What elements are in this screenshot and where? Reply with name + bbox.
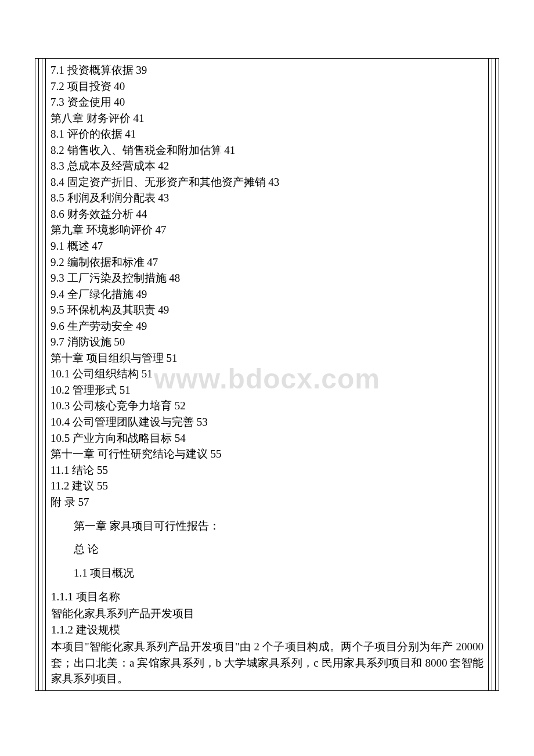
toc-line: 11.2 建议 55: [50, 478, 484, 494]
general-heading: 总 论: [50, 541, 484, 557]
toc-appendix: 附 录 57: [50, 494, 484, 510]
toc-line: 7.1 投资概算依据 39: [50, 62, 484, 78]
page-frame: 7.1 投资概算依据 39 7.2 项目投资 40 7.3 资金使用 40 第八…: [35, 58, 499, 691]
chapter-1-heading: 第一章 家具项目可行性报告：: [50, 518, 484, 534]
toc-line: 9.6 生产劳动安全 49: [50, 318, 484, 334]
toc-line: 10.1 公司组织结构 51: [50, 366, 484, 382]
section-1-1-1-title: 1.1.1 项目名称: [50, 589, 484, 605]
toc-chapter-9: 第九章 环境影响评价 47: [50, 222, 484, 238]
toc-line: 9.4 全厂绿化措施 49: [50, 286, 484, 303]
toc-line: 8.5 利润及利润分配表 43: [50, 190, 484, 206]
toc-line: 9.3 工厂污染及控制措施 48: [50, 270, 484, 286]
toc-line: 8.3 总成本及经营成本 42: [50, 158, 484, 174]
toc-chapter-8: 第八章 财务评价 41: [50, 110, 484, 127]
toc-line: 10.3 公司核心竞争力培育 52: [50, 398, 484, 414]
toc-line: 8.2 销售收入、销售税金和附加估算 41: [50, 142, 484, 159]
toc-line: 10.4 公司管理团队建设与完善 53: [50, 414, 484, 430]
toc-line: 9.2 编制依据和标准 47: [50, 254, 484, 271]
section-1-1-heading: 1.1 项目概况: [50, 565, 484, 581]
toc-chapter-11: 第十一章 可行性研究结论与建议 55: [50, 446, 484, 462]
toc-line: 10.5 产业方向和战略目标 54: [50, 430, 484, 447]
toc-chapter-10: 第十章 项目组织与管理 51: [50, 350, 484, 366]
toc-line: 8.1 评价的依据 41: [50, 126, 484, 142]
toc-line: 7.3 资金使用 40: [50, 94, 484, 110]
section-1-1-1-text: 智能化家具系列产品开发项目: [50, 606, 484, 622]
toc-line: 8.6 财务效益分析 44: [50, 206, 484, 222]
toc-line: 9.1 概述 47: [50, 238, 484, 254]
toc-line: 10.2 管理形式 51: [50, 382, 484, 398]
toc-line: 8.4 固定资产折旧、无形资产和其他资产摊销 43: [50, 174, 484, 190]
toc-line: 9.7 消防设施 50: [50, 334, 484, 350]
section-1-1-2-title: 1.1.2 建设规模: [50, 622, 484, 638]
toc-line: 7.2 项目投资 40: [50, 78, 484, 95]
toc-line: 9.5 环保机构及其职责 49: [50, 302, 484, 318]
toc-line: 11.1 结论 55: [50, 462, 484, 478]
section-1-1-2-text: 本项目"智能化家具系列产品开发项目"由 2 个子项目构成。两个子项目分别为年产 …: [50, 639, 484, 687]
content-cell: 7.1 投资概算依据 39 7.2 项目投资 40 7.3 资金使用 40 第八…: [46, 59, 488, 690]
frame-col-right-3: [495, 59, 499, 690]
